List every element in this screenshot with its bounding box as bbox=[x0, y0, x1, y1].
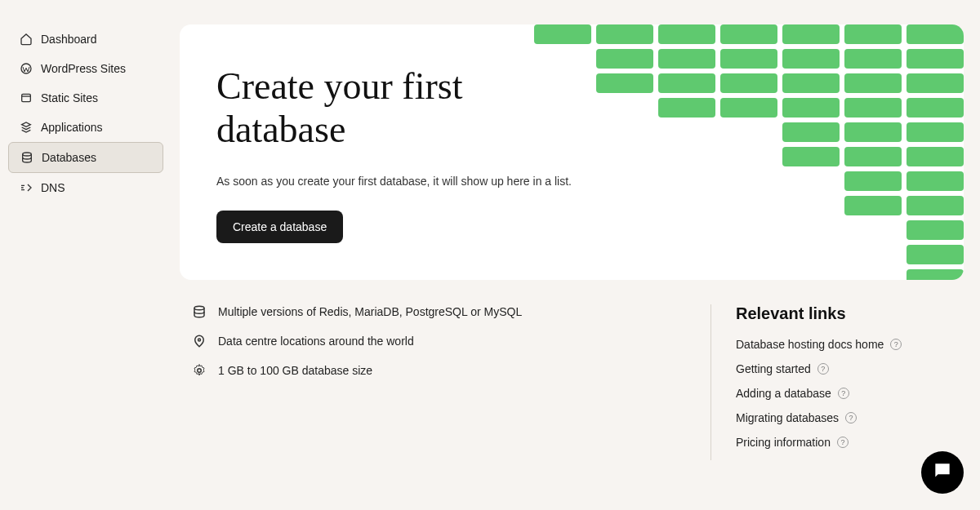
feature-item: Data centre locations around the world bbox=[192, 334, 678, 348]
link-pricing[interactable]: Pricing information ? bbox=[736, 436, 964, 449]
feature-text: Multiple versions of Redis, MariaDB, Pos… bbox=[218, 305, 522, 318]
sidebar-item-dns[interactable]: DNS bbox=[8, 173, 163, 202]
sidebar-item-label: WordPress Sites bbox=[41, 62, 126, 75]
sidebar-item-label: Databases bbox=[42, 151, 96, 164]
link-text: Pricing information bbox=[736, 436, 831, 449]
sidebar-item-label: Dashboard bbox=[41, 33, 97, 46]
dns-icon bbox=[20, 181, 33, 194]
feature-item: Multiple versions of Redis, MariaDB, Pos… bbox=[192, 304, 678, 319]
link-docs-home[interactable]: Database hosting docs home ? bbox=[736, 338, 964, 351]
gear-icon bbox=[192, 363, 207, 378]
sidebar: Dashboard WordPress Sites Static Sites A… bbox=[0, 0, 172, 510]
links-title: Relevant links bbox=[736, 304, 964, 323]
wordpress-icon bbox=[20, 62, 33, 75]
chat-icon bbox=[932, 460, 953, 485]
sidebar-item-wordpress[interactable]: WordPress Sites bbox=[8, 54, 163, 83]
help-icon: ? bbox=[890, 339, 902, 350]
apps-icon bbox=[20, 121, 33, 134]
svg-point-3 bbox=[194, 306, 204, 310]
hero-card: Create your first database As soon as yo… bbox=[180, 24, 964, 280]
help-icon: ? bbox=[837, 437, 849, 448]
main-content: Create your first database As soon as yo… bbox=[172, 0, 980, 510]
sidebar-item-label: Applications bbox=[41, 121, 103, 134]
database-icon bbox=[20, 151, 33, 164]
home-icon bbox=[20, 33, 33, 46]
link-migrating[interactable]: Migrating databases ? bbox=[736, 411, 964, 424]
location-icon bbox=[192, 334, 207, 348]
link-adding-database[interactable]: Adding a database ? bbox=[736, 387, 964, 400]
info-row: Multiple versions of Redis, MariaDB, Pos… bbox=[180, 304, 964, 460]
sidebar-item-label: DNS bbox=[41, 181, 65, 194]
decorative-bricks bbox=[506, 24, 964, 280]
static-icon bbox=[20, 91, 33, 104]
feature-item: 1 GB to 100 GB database size bbox=[192, 363, 678, 378]
chat-button[interactable] bbox=[921, 451, 964, 494]
hero-title: Create your first database bbox=[216, 65, 559, 152]
link-text: Adding a database bbox=[736, 387, 831, 400]
relevant-links-panel: Relevant links Database hosting docs hom… bbox=[710, 304, 964, 460]
svg-point-2 bbox=[23, 153, 32, 156]
database-icon bbox=[192, 304, 207, 319]
feature-text: Data centre locations around the world bbox=[218, 335, 414, 348]
svg-rect-1 bbox=[22, 94, 31, 101]
link-text: Database hosting docs home bbox=[736, 338, 884, 351]
sidebar-item-dashboard[interactable]: Dashboard bbox=[8, 24, 163, 54]
features-list: Multiple versions of Redis, MariaDB, Pos… bbox=[180, 304, 678, 460]
link-getting-started[interactable]: Getting started ? bbox=[736, 362, 964, 375]
help-icon: ? bbox=[838, 388, 849, 399]
sidebar-item-databases[interactable]: Databases bbox=[8, 142, 163, 173]
svg-point-5 bbox=[198, 369, 202, 373]
hero-description: As soon as you create your first databas… bbox=[216, 175, 927, 188]
sidebar-item-static[interactable]: Static Sites bbox=[8, 83, 163, 113]
sidebar-item-label: Static Sites bbox=[41, 91, 98, 104]
help-icon: ? bbox=[845, 412, 857, 424]
link-text: Migrating databases bbox=[736, 411, 839, 424]
feature-text: 1 GB to 100 GB database size bbox=[218, 364, 372, 377]
help-icon: ? bbox=[817, 363, 829, 375]
create-database-button[interactable]: Create a database bbox=[216, 211, 343, 243]
link-text: Getting started bbox=[736, 362, 811, 375]
svg-point-4 bbox=[198, 339, 201, 341]
sidebar-item-applications[interactable]: Applications bbox=[8, 113, 163, 142]
